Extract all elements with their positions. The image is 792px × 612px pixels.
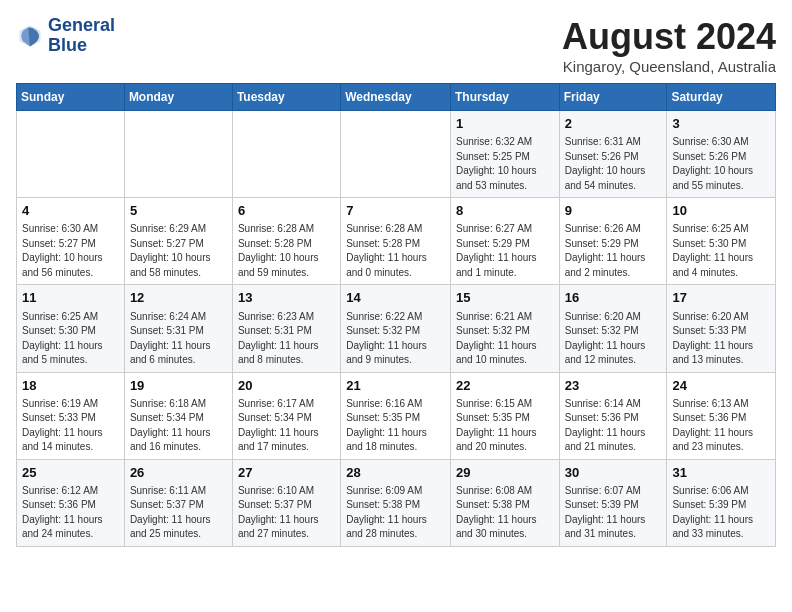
calendar-cell: 12Sunrise: 6:24 AM Sunset: 5:31 PM Dayli… [124,285,232,372]
day-number: 14 [346,289,445,307]
calendar-week-4: 18Sunrise: 6:19 AM Sunset: 5:33 PM Dayli… [17,372,776,459]
day-info: Sunrise: 6:06 AM Sunset: 5:39 PM Dayligh… [672,484,770,542]
day-number: 4 [22,202,119,220]
day-number: 28 [346,464,445,482]
col-monday: Monday [124,84,232,111]
col-sunday: Sunday [17,84,125,111]
calendar-cell: 2Sunrise: 6:31 AM Sunset: 5:26 PM Daylig… [559,111,667,198]
day-number: 8 [456,202,554,220]
day-number: 27 [238,464,335,482]
day-number: 2 [565,115,662,133]
calendar-cell: 30Sunrise: 6:07 AM Sunset: 5:39 PM Dayli… [559,459,667,546]
day-number: 10 [672,202,770,220]
day-number: 24 [672,377,770,395]
day-number: 1 [456,115,554,133]
logo-line1: General [48,16,115,36]
calendar-cell: 19Sunrise: 6:18 AM Sunset: 5:34 PM Dayli… [124,372,232,459]
calendar-cell: 13Sunrise: 6:23 AM Sunset: 5:31 PM Dayli… [232,285,340,372]
day-number: 22 [456,377,554,395]
logo-text: General Blue [48,16,115,56]
day-info: Sunrise: 6:22 AM Sunset: 5:32 PM Dayligh… [346,310,445,368]
calendar-cell [341,111,451,198]
day-number: 20 [238,377,335,395]
calendar-cell: 17Sunrise: 6:20 AM Sunset: 5:33 PM Dayli… [667,285,776,372]
day-info: Sunrise: 6:08 AM Sunset: 5:38 PM Dayligh… [456,484,554,542]
calendar-body: 1Sunrise: 6:32 AM Sunset: 5:25 PM Daylig… [17,111,776,547]
day-number: 5 [130,202,227,220]
day-number: 6 [238,202,335,220]
day-number: 31 [672,464,770,482]
day-number: 16 [565,289,662,307]
calendar-table: Sunday Monday Tuesday Wednesday Thursday… [16,83,776,547]
calendar-cell: 15Sunrise: 6:21 AM Sunset: 5:32 PM Dayli… [450,285,559,372]
day-info: Sunrise: 6:16 AM Sunset: 5:35 PM Dayligh… [346,397,445,455]
day-info: Sunrise: 6:12 AM Sunset: 5:36 PM Dayligh… [22,484,119,542]
calendar-week-1: 1Sunrise: 6:32 AM Sunset: 5:25 PM Daylig… [17,111,776,198]
day-number: 13 [238,289,335,307]
calendar-cell: 26Sunrise: 6:11 AM Sunset: 5:37 PM Dayli… [124,459,232,546]
day-number: 26 [130,464,227,482]
day-number: 25 [22,464,119,482]
day-number: 12 [130,289,227,307]
day-info: Sunrise: 6:15 AM Sunset: 5:35 PM Dayligh… [456,397,554,455]
calendar-cell: 8Sunrise: 6:27 AM Sunset: 5:29 PM Daylig… [450,198,559,285]
col-friday: Friday [559,84,667,111]
calendar-cell: 7Sunrise: 6:28 AM Sunset: 5:28 PM Daylig… [341,198,451,285]
calendar-cell: 18Sunrise: 6:19 AM Sunset: 5:33 PM Dayli… [17,372,125,459]
day-info: Sunrise: 6:28 AM Sunset: 5:28 PM Dayligh… [238,222,335,280]
day-number: 29 [456,464,554,482]
calendar-cell: 24Sunrise: 6:13 AM Sunset: 5:36 PM Dayli… [667,372,776,459]
month-year: August 2024 [562,16,776,58]
calendar-cell: 11Sunrise: 6:25 AM Sunset: 5:30 PM Dayli… [17,285,125,372]
day-info: Sunrise: 6:30 AM Sunset: 5:26 PM Dayligh… [672,135,770,193]
calendar-week-2: 4Sunrise: 6:30 AM Sunset: 5:27 PM Daylig… [17,198,776,285]
day-number: 7 [346,202,445,220]
day-number: 21 [346,377,445,395]
day-info: Sunrise: 6:14 AM Sunset: 5:36 PM Dayligh… [565,397,662,455]
calendar-cell: 10Sunrise: 6:25 AM Sunset: 5:30 PM Dayli… [667,198,776,285]
day-info: Sunrise: 6:21 AM Sunset: 5:32 PM Dayligh… [456,310,554,368]
col-thursday: Thursday [450,84,559,111]
calendar-cell: 20Sunrise: 6:17 AM Sunset: 5:34 PM Dayli… [232,372,340,459]
calendar-cell: 21Sunrise: 6:16 AM Sunset: 5:35 PM Dayli… [341,372,451,459]
calendar-cell: 16Sunrise: 6:20 AM Sunset: 5:32 PM Dayli… [559,285,667,372]
calendar-cell [17,111,125,198]
calendar-cell: 14Sunrise: 6:22 AM Sunset: 5:32 PM Dayli… [341,285,451,372]
day-info: Sunrise: 6:25 AM Sunset: 5:30 PM Dayligh… [22,310,119,368]
col-saturday: Saturday [667,84,776,111]
day-info: Sunrise: 6:24 AM Sunset: 5:31 PM Dayligh… [130,310,227,368]
day-info: Sunrise: 6:25 AM Sunset: 5:30 PM Dayligh… [672,222,770,280]
day-number: 3 [672,115,770,133]
day-number: 9 [565,202,662,220]
day-info: Sunrise: 6:32 AM Sunset: 5:25 PM Dayligh… [456,135,554,193]
calendar-cell [232,111,340,198]
day-info: Sunrise: 6:17 AM Sunset: 5:34 PM Dayligh… [238,397,335,455]
day-info: Sunrise: 6:20 AM Sunset: 5:33 PM Dayligh… [672,310,770,368]
day-info: Sunrise: 6:27 AM Sunset: 5:29 PM Dayligh… [456,222,554,280]
calendar-cell: 3Sunrise: 6:30 AM Sunset: 5:26 PM Daylig… [667,111,776,198]
day-info: Sunrise: 6:28 AM Sunset: 5:28 PM Dayligh… [346,222,445,280]
location: Kingaroy, Queensland, Australia [562,58,776,75]
logo-line2: Blue [48,36,115,56]
calendar-cell: 4Sunrise: 6:30 AM Sunset: 5:27 PM Daylig… [17,198,125,285]
calendar-cell: 5Sunrise: 6:29 AM Sunset: 5:27 PM Daylig… [124,198,232,285]
day-info: Sunrise: 6:07 AM Sunset: 5:39 PM Dayligh… [565,484,662,542]
day-info: Sunrise: 6:11 AM Sunset: 5:37 PM Dayligh… [130,484,227,542]
day-info: Sunrise: 6:20 AM Sunset: 5:32 PM Dayligh… [565,310,662,368]
calendar-week-5: 25Sunrise: 6:12 AM Sunset: 5:36 PM Dayli… [17,459,776,546]
calendar-cell: 28Sunrise: 6:09 AM Sunset: 5:38 PM Dayli… [341,459,451,546]
day-number: 18 [22,377,119,395]
day-info: Sunrise: 6:10 AM Sunset: 5:37 PM Dayligh… [238,484,335,542]
header-row: Sunday Monday Tuesday Wednesday Thursday… [17,84,776,111]
calendar-cell: 22Sunrise: 6:15 AM Sunset: 5:35 PM Dayli… [450,372,559,459]
calendar-cell: 1Sunrise: 6:32 AM Sunset: 5:25 PM Daylig… [450,111,559,198]
day-number: 19 [130,377,227,395]
col-wednesday: Wednesday [341,84,451,111]
day-info: Sunrise: 6:26 AM Sunset: 5:29 PM Dayligh… [565,222,662,280]
calendar-cell: 9Sunrise: 6:26 AM Sunset: 5:29 PM Daylig… [559,198,667,285]
day-info: Sunrise: 6:31 AM Sunset: 5:26 PM Dayligh… [565,135,662,193]
day-number: 17 [672,289,770,307]
logo: General Blue [16,16,115,56]
day-info: Sunrise: 6:30 AM Sunset: 5:27 PM Dayligh… [22,222,119,280]
day-number: 30 [565,464,662,482]
